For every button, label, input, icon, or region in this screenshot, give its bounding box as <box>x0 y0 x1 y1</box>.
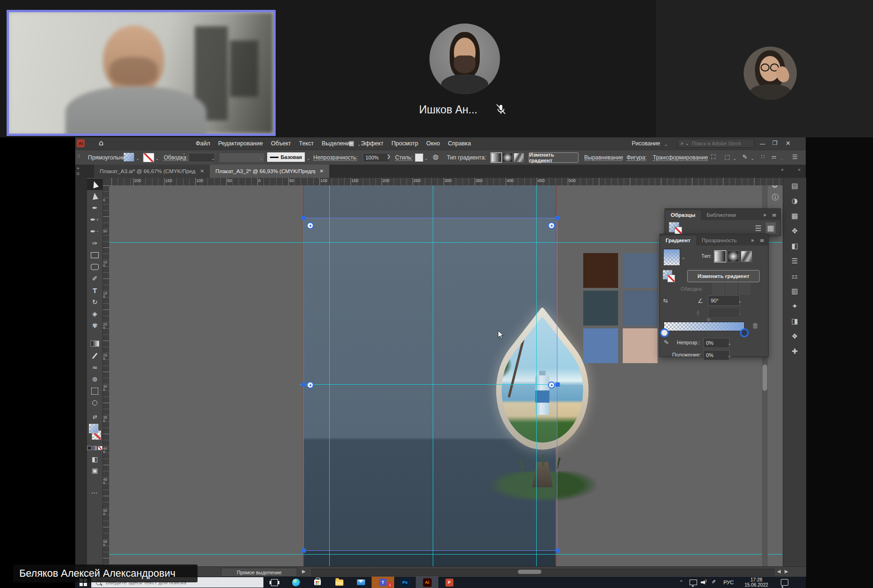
tool-paintbrush[interactable]: ✐ <box>87 273 103 284</box>
menu-file[interactable]: Файл <box>196 140 210 147</box>
tool-direct-selection[interactable] <box>87 191 103 202</box>
tool-twirl[interactable]: ≈ <box>87 362 103 373</box>
menu-help[interactable]: Справка <box>448 140 471 147</box>
workspace-chevron-icon[interactable]: ⌄ <box>664 142 668 147</box>
corner-widget[interactable] <box>548 381 555 389</box>
artwork-swatch[interactable] <box>623 253 658 288</box>
center-participant-avatar[interactable] <box>429 24 500 94</box>
edit-gradient-button[interactable]: Изменить градиент <box>687 270 760 282</box>
delete-stop-icon[interactable]: 🗑 <box>752 322 759 329</box>
window-restore-icon[interactable]: ❐ <box>772 140 778 146</box>
selection-handle[interactable] <box>302 382 306 387</box>
stop-opacity-chevron-icon[interactable]: ⌄ <box>728 341 731 346</box>
menu-view[interactable]: Просмотр <box>391 140 418 147</box>
selection-handle[interactable] <box>302 548 306 553</box>
recolor-artwork-icon[interactable]: ◍ <box>433 153 438 160</box>
color-mode-buttons[interactable] <box>87 442 103 453</box>
speaker-icon[interactable]: ) <box>701 579 707 585</box>
gradient-freeform-button[interactable] <box>514 153 524 162</box>
swatch-stroke-proxy[interactable] <box>675 227 682 234</box>
gradient-slider[interactable] <box>664 322 745 331</box>
tab-swatches[interactable]: Образцы <box>665 210 701 220</box>
select-similar-chevron-icon[interactable]: ⌄ <box>733 156 737 161</box>
edit-gradient-button[interactable]: Изменить градиент <box>529 152 579 163</box>
dock-libraries-icon[interactable]: ✚ <box>783 347 806 356</box>
stop-position-chevron-icon[interactable]: ⌄ <box>728 353 731 358</box>
tab-overflow-icon[interactable]: « <box>781 167 784 172</box>
window-close-icon[interactable]: ✕ <box>786 140 791 146</box>
status-right-arrow-icon[interactable]: ▶ <box>785 569 788 574</box>
angle-chevron-icon[interactable]: ⌄ <box>738 299 742 303</box>
stroke-style-dropdown[interactable]: Базовая <box>267 152 305 162</box>
home-icon[interactable]: ⌂ <box>99 139 103 147</box>
tab-close-icon[interactable]: ✕ <box>200 169 204 174</box>
dock-transparency-icon[interactable]: ▥ <box>783 287 806 295</box>
vertical-ruler[interactable]: 0 50 100 150 200 250 300 350 400 450 500… <box>103 185 110 566</box>
tool-eyedropper[interactable] <box>87 350 103 361</box>
horizontal-scrollbar[interactable] <box>311 569 774 576</box>
screen-mode-icon[interactable]: ▣ <box>87 465 103 476</box>
selection-handle[interactable] <box>556 548 560 553</box>
align-icons[interactable]: ∷ <box>761 154 765 159</box>
horizontal-ruler[interactable]: 200 150 100 50 0 50 100 150 200 250 300 … <box>109 178 783 186</box>
panel-grip-icon[interactable]: ⁞⁞ <box>77 154 80 159</box>
style-label[interactable]: Стиль: <box>395 154 413 161</box>
menu-window[interactable]: Окно <box>426 140 440 147</box>
select-similar-icon[interactable]: ⬚ <box>724 154 730 160</box>
stroke-chevron-icon[interactable]: ⌄ <box>155 156 159 161</box>
selection-handle[interactable] <box>302 216 306 220</box>
tool-artboard[interactable] <box>87 385 103 397</box>
list-view-icon[interactable]: ☰ <box>755 224 762 233</box>
task-view-button[interactable] <box>263 577 285 588</box>
gradient-linear-button[interactable] <box>491 153 501 162</box>
clock[interactable]: 17:28 15.06.2022 <box>739 577 773 588</box>
gradient-stop-start[interactable] <box>660 328 669 337</box>
gradient-thumbnail[interactable] <box>663 249 680 266</box>
tool-add-anchor[interactable]: ✒＋ <box>87 214 103 225</box>
tool-rounded-rectangle[interactable] <box>87 261 103 272</box>
style-chevron-icon[interactable]: ⌄ <box>424 156 428 161</box>
dock-layers-icon[interactable]: ◨ <box>783 317 806 326</box>
tool-selection[interactable] <box>87 179 103 190</box>
opacity-label[interactable]: Непрозрачность: <box>313 154 357 161</box>
dock-collapse-icon[interactable]: » <box>77 166 79 171</box>
ruler-corner[interactable] <box>103 178 110 186</box>
stroke-style-chevron-icon[interactable]: ⌄ <box>307 156 310 161</box>
fill-chevron-icon[interactable]: ⌄ <box>136 156 140 161</box>
artwork-swatch[interactable] <box>583 291 618 326</box>
gradient-radial-button[interactable] <box>728 251 739 262</box>
teams-button[interactable]: T 1 <box>372 577 394 588</box>
draw-mode-icon[interactable]: ◧ <box>87 453 103 465</box>
current-tool-indicator[interactable]: Прямое выделение <box>221 568 297 577</box>
tool-type[interactable]: T <box>87 285 103 296</box>
selection-handle[interactable] <box>556 382 560 387</box>
notification-icon[interactable] <box>781 579 788 586</box>
window-minimize-icon[interactable]: — <box>760 141 765 147</box>
menu-type[interactable]: Текст <box>299 140 314 147</box>
tab-gradient[interactable]: Градиент <box>660 236 696 246</box>
eyedropper-icon[interactable]: ✏ <box>662 338 670 347</box>
grid-view-icon[interactable]: ▦ <box>766 222 776 233</box>
tab-libraries[interactable]: Библиотеки <box>701 210 741 220</box>
mic-muted-icon[interactable] <box>495 103 507 115</box>
gradient-midpoint[interactable]: ◇ <box>707 317 710 322</box>
menu-object[interactable]: Объект <box>271 140 291 147</box>
dock-gradient-icon[interactable]: ⚏ <box>783 272 806 280</box>
corner-widget[interactable] <box>307 222 314 229</box>
mail-button[interactable] <box>350 577 372 588</box>
tool-shape-builder[interactable]: ⊚ <box>87 373 103 385</box>
dock-artboards-icon[interactable]: ❖ <box>783 332 806 341</box>
dock-color-guide-icon[interactable]: ◑ <box>783 197 806 205</box>
document-tab-active[interactable]: Плакат_А3_2* @ 66,93% (CMYK/Предпросмотр… <box>210 165 329 178</box>
stroke-swatch[interactable] <box>143 153 154 162</box>
options-menu-icon[interactable]: ☰ <box>792 154 798 160</box>
tool-gradient[interactable] <box>87 338 103 349</box>
fill-swatch[interactable] <box>124 153 134 161</box>
gradient-radial-button[interactable] <box>502 153 513 162</box>
artwork-swatch[interactable] <box>583 253 618 288</box>
tool-blob-brush[interactable]: ✾ <box>87 320 103 331</box>
panel-collapse-icon[interactable]: « <box>798 167 801 172</box>
artwork-swatch[interactable] <box>583 328 618 363</box>
document-tab-inactive[interactable]: Плакат_А3.ai* @ 66,67% (CMYK/Предпросмот… <box>94 165 210 178</box>
gradient-thumbnail-chevron-icon[interactable]: ⌄ <box>682 255 685 260</box>
